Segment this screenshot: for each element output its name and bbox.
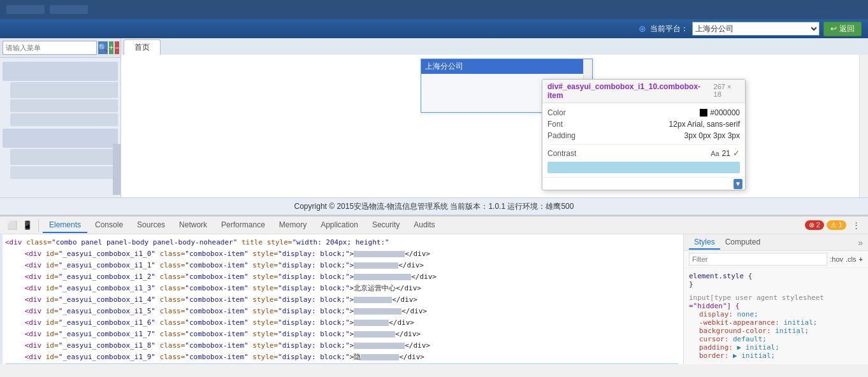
error-badge: ⊗ 2 [805,220,824,230]
color-hex: #000000 [710,108,740,117]
css-brace-close: } [689,280,693,288]
el-style-val: "width: 204px; height:" [292,238,389,246]
tooltip-scrollbar-btn[interactable]: ▼ [734,179,742,189]
contrast-check-icon: ✓ [733,148,740,158]
devtools-device-btn[interactable]: 📱 [20,218,34,232]
main-scrollbar[interactable] [859,55,868,197]
el-attr-name: style= [249,318,278,327]
el-attr-val: "_easyui_combobox_i1_5" [59,307,156,315]
el-tag: <div [25,353,46,361]
el-attr-name: id= [46,295,59,304]
css-prop-cursor: cursor: default; [689,335,863,343]
tab-sources[interactable]: Sources [131,218,171,233]
devtools-more-btn[interactable]: ⋮ [849,218,863,232]
tab-network[interactable]: Network [173,218,213,233]
contrast-aa: Aa [711,150,719,157]
tooltip-element-name: div#_easyui_combobox_i1_10.combobox-item [547,82,710,100]
el-attr-name: id= [46,273,59,281]
tab-computed[interactable]: Computed [720,236,765,250]
css-prop-name: -webkit-appearance: [689,318,779,327]
el-attr-name: class= [156,353,185,361]
el-attr-val: "_easyui_combobox_i1_2" [59,273,156,281]
element-line-11[interactable]: <div id="_easyui_combobox_i1_10" class="… [5,363,678,364]
el-attr-name: style= [249,295,278,304]
return-button[interactable]: ↩ 返回 [823,22,862,36]
hov-option[interactable]: :hov [830,255,843,263]
el-text: ></div> [350,250,430,258]
el-attr-name: class= [156,284,185,292]
el-attr-val: "combobox-item" [185,261,248,269]
sidebar-add-button[interactable]: + [109,41,113,54]
el-text: ></div> [350,295,417,304]
el-tag: <div [25,273,46,281]
el-attr-name: class= [156,295,185,304]
el-tag: <div [25,318,46,327]
browser-controls [50,5,88,14]
el-attr-val: "display: block;" [278,318,350,327]
el-tag: <div [25,250,46,258]
sidebar-minus-button[interactable]: − [115,41,119,54]
el-attr-val: "display: block;" [278,307,350,315]
el-attr-name: style= [249,273,278,281]
element-line-10: <div id="_easyui_combobox_i1_9" class="c… [5,352,678,363]
sidebar-item [3,129,118,148]
css-ua-block: input[type user agent stylesheet ="hidde… [689,294,863,360]
styles-more-btn[interactable]: » [858,238,863,248]
devtools-right-panel: Styles Computed » :hov .cls + element.st… [683,234,868,364]
main-body: 上海分公司 div#_easyui_combobox_i1_10.combobo… [121,55,868,197]
tab-console[interactable]: Console [89,218,129,233]
return-icon: ↩ [830,24,837,33]
el-attr-val: "combobox-item" [185,295,248,304]
tab-performance[interactable]: Performance [215,218,271,233]
devtools-inspect-btn[interactable]: ⬜ [5,218,19,232]
el-text: >隐</div> [350,353,424,361]
devtools-body: <div class="combo panel panel-body panel… [0,234,868,364]
cls-option[interactable]: .cls [846,255,857,263]
el-attr-val: "display: block;" [278,250,350,258]
elements-left-border [0,234,3,364]
css-prop-name: display: [689,310,733,318]
main-content: 首页 上海分公司 div#_easyui_combobox_i1_10.comb… [121,38,868,197]
app-header: ⊕ 当前平台： 上海分公司 ↩ 返回 [0,19,868,38]
css-prop-val: ▶ initial; [733,352,775,360]
add-option[interactable]: + [859,255,863,263]
tab-audits[interactable]: Audits [407,218,441,233]
el-attr-val: "display: block;" [278,284,350,292]
css-prop-name: background-color: [689,327,771,335]
el-attr-val: "combobox-item" [185,353,248,361]
elements-panel: <div class="combo panel panel-body panel… [0,234,683,364]
css-prop-val: initial; [783,318,817,327]
el-attr-name: class= [156,330,185,338]
el-attr-name: id= [46,330,59,338]
dropdown-item-selected[interactable]: 上海分公司 [421,59,592,74]
tab-application[interactable]: Application [314,218,365,233]
css-prop-name: padding: [689,343,733,352]
tab-security[interactable]: Security [366,218,406,233]
tab-memory[interactable]: Memory [273,218,313,233]
tab-elements[interactable]: Elements [43,218,87,233]
styles-filter-input[interactable] [689,253,827,266]
el-attr-val: "combobox-item" [185,318,248,327]
devtools: ⬜ 📱 Elements Console Sources Network Per… [0,215,868,364]
tooltip-contrast-value: Aa 21 ✓ [711,148,740,158]
css-ua-selector: ="hidden"] { [689,302,863,310]
el-attr-val: "_easyui_combobox_i1_9" [59,353,156,361]
sidebar-search-button[interactable]: 🔍 [98,41,108,54]
el-text: ></div> [350,318,414,327]
tooltip-font-value: 12px Arial, sans-serif [669,120,740,129]
tab-styles[interactable]: Styles [689,236,720,250]
el-tag: <div [5,238,26,246]
sidebar-item [10,166,118,179]
element-line-8: <div id="_easyui_combobox_i1_7" class="c… [5,329,678,340]
tooltip-color-row: Color #000000 [547,107,740,118]
sidebar-scrollbar[interactable] [113,144,120,195]
tab-home[interactable]: 首页 [124,39,161,55]
sidebar-search-input[interactable] [3,41,97,55]
platform-select[interactable]: 上海分公司 [692,22,820,36]
styles-content: element.style { } input[type user agent … [684,268,868,364]
css-prop-webkit: -webkit-appearance: initial; [689,318,863,327]
el-attr-name: style= [249,261,278,269]
sidebar-item [10,149,118,165]
el-attr-val: "display: block;" [278,330,350,338]
styles-filter-bar: :hov .cls + [684,251,868,268]
